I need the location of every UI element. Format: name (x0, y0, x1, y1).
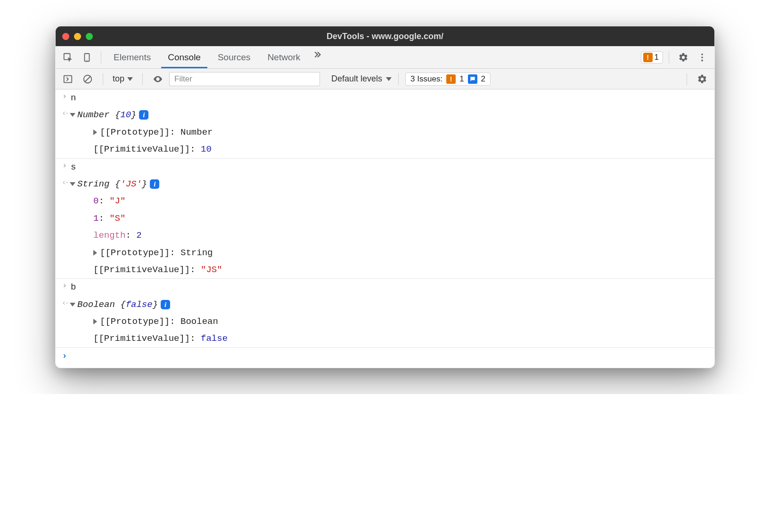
disclosure-triangle-icon[interactable] (70, 303, 75, 306)
output-marker-icon (62, 298, 67, 307)
more-tabs-icon[interactable] (309, 46, 326, 63)
warnings-count: 1 (655, 53, 659, 62)
console-input-text: b (71, 280, 714, 294)
object-property-row[interactable]: [[Prototype]]: String (56, 244, 714, 261)
divider (101, 51, 101, 64)
panel-tabs-bar: Elements Console Sources Network ! 1 (56, 46, 714, 69)
warning-icon: ! (643, 53, 653, 62)
object-property-row[interactable]: [[PrimitiveValue]]: "JS" (56, 261, 714, 278)
inspect-element-icon[interactable] (59, 49, 76, 66)
object-property-row[interactable]: [[Prototype]]: Number (56, 124, 714, 141)
input-marker-icon (62, 92, 67, 101)
console-input-row[interactable]: s (56, 159, 714, 176)
object-property-row[interactable]: [[PrimitiveValue]]: false (56, 330, 714, 347)
console-input-row[interactable]: b (56, 279, 714, 296)
tab-console[interactable]: Console (159, 46, 209, 68)
console-output-row[interactable]: Boolean {false}i (56, 296, 714, 313)
disclosure-triangle-icon[interactable] (93, 319, 97, 324)
console-group: nNumber {10}i[[Prototype]]: Number[[Prim… (56, 89, 714, 159)
warnings-badge[interactable]: ! 1 (641, 51, 663, 64)
execution-context-label: top (113, 74, 124, 84)
divider (103, 73, 103, 85)
console-group: bBoolean {false}i[[Prototype]]: Boolean[… (56, 279, 714, 348)
object-property-row[interactable]: length: 2 (56, 227, 714, 244)
console-group: sString {'JS'}i0: "J"1: "S"length: 2[[Pr… (56, 159, 714, 279)
disclosure-triangle-icon[interactable] (93, 129, 97, 135)
toggle-console-sidebar-icon[interactable] (59, 71, 76, 88)
object-summary[interactable]: Number {10}i (71, 108, 714, 122)
console-input-text: n (71, 91, 714, 105)
tab-elements[interactable]: Elements (105, 46, 159, 68)
divider (669, 51, 669, 64)
console-output-row[interactable]: String {'JS'}i (56, 176, 714, 193)
devtools-window: DevTools - www.google.com/ Elements Cons… (55, 26, 715, 368)
log-levels-select[interactable]: Default levels (331, 74, 392, 84)
output-marker-icon (62, 178, 67, 187)
prompt-icon: › (58, 351, 71, 361)
zoom-window-button[interactable] (86, 33, 93, 40)
console-output-row[interactable]: Number {10}i (56, 106, 714, 123)
svg-point-3 (701, 53, 703, 55)
caret-down-icon (386, 77, 392, 81)
tab-sources[interactable]: Sources (209, 46, 259, 68)
disclosure-triangle-icon[interactable] (70, 182, 75, 186)
input-marker-icon (62, 161, 67, 170)
console-input-row[interactable]: n (56, 89, 714, 106)
console-output[interactable]: nNumber {10}i[[Prototype]]: Number[[Prim… (56, 89, 714, 368)
divider (398, 73, 399, 85)
issues-warn-count: 1 (459, 74, 464, 84)
console-input-text: s (71, 160, 714, 174)
object-property-row[interactable]: 1: "S" (56, 210, 714, 227)
clear-console-icon[interactable] (79, 71, 96, 88)
divider (142, 73, 143, 85)
tab-network[interactable]: Network (259, 46, 309, 68)
filter-input[interactable] (169, 72, 320, 86)
info-badge-icon[interactable]: i (150, 179, 159, 189)
object-property-row[interactable]: [[Prototype]]: Boolean (56, 313, 714, 330)
device-toolbar-icon[interactable] (78, 49, 95, 66)
close-window-button[interactable] (62, 33, 69, 40)
traffic-lights (62, 33, 93, 40)
console-toolbar: top Default levels 3 Issues: ! 1 2 (56, 69, 714, 89)
divider (687, 73, 687, 85)
live-expression-icon[interactable] (149, 71, 166, 88)
titlebar: DevTools - www.google.com/ (56, 26, 714, 46)
window-title: DevTools - www.google.com/ (56, 32, 714, 41)
settings-icon[interactable] (675, 49, 692, 66)
output-marker-icon (62, 109, 67, 118)
object-summary[interactable]: Boolean {false}i (71, 298, 714, 312)
log-levels-label: Default levels (331, 74, 382, 84)
object-property-row[interactable]: [[PrimitiveValue]]: 10 (56, 141, 714, 158)
disclosure-triangle-icon[interactable] (70, 113, 75, 117)
object-summary[interactable]: String {'JS'}i (71, 177, 714, 191)
warning-icon: ! (446, 74, 456, 84)
issues-info-count: 2 (481, 74, 485, 84)
caret-down-icon (127, 77, 133, 81)
panel-tabs: Elements Console Sources Network (105, 46, 326, 68)
console-settings-icon[interactable] (694, 71, 711, 88)
svg-line-8 (85, 76, 90, 81)
issues-label: 3 Issues: (410, 74, 442, 84)
info-icon (468, 74, 477, 84)
svg-point-5 (701, 59, 703, 61)
issues-chip[interactable]: 3 Issues: ! 1 2 (405, 73, 491, 86)
input-marker-icon (62, 281, 67, 290)
execution-context-select[interactable]: top (110, 74, 136, 84)
console-prompt[interactable]: › (56, 348, 714, 366)
more-options-icon[interactable] (694, 49, 711, 66)
minimize-window-button[interactable] (74, 33, 81, 40)
object-property-row[interactable]: 0: "J" (56, 193, 714, 210)
disclosure-triangle-icon[interactable] (93, 250, 97, 256)
info-badge-icon[interactable]: i (139, 110, 148, 120)
info-badge-icon[interactable]: i (161, 300, 170, 309)
svg-point-4 (701, 56, 703, 58)
